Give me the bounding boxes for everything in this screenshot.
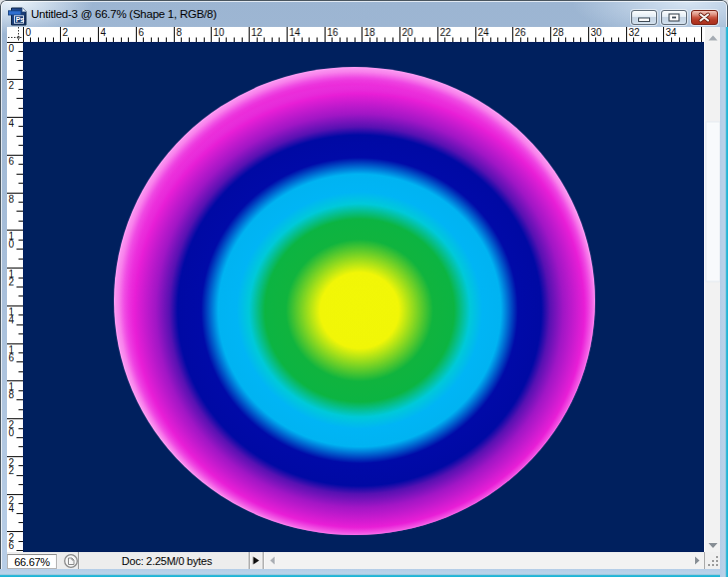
svg-text:0: 0 xyxy=(9,239,15,250)
svg-text:22: 22 xyxy=(440,27,452,38)
svg-text:8: 8 xyxy=(9,194,15,205)
svg-text:10: 10 xyxy=(214,27,226,38)
svg-text:14: 14 xyxy=(290,27,302,38)
svg-text:20: 20 xyxy=(402,27,414,38)
svg-text:34: 34 xyxy=(666,27,678,38)
svg-text:2: 2 xyxy=(9,277,15,288)
svg-text:2: 2 xyxy=(9,465,15,476)
svg-text:0: 0 xyxy=(9,427,15,438)
svg-text:4: 4 xyxy=(9,503,15,514)
svg-text:0: 0 xyxy=(9,43,15,54)
svg-text:Ps: Ps xyxy=(16,16,25,23)
svg-text:0: 0 xyxy=(26,27,32,38)
svg-text:32: 32 xyxy=(629,27,641,38)
svg-text:6: 6 xyxy=(9,156,15,167)
svg-text:18: 18 xyxy=(364,27,376,38)
svg-text:6: 6 xyxy=(9,352,15,363)
svg-text:26: 26 xyxy=(515,27,527,38)
svg-text:6: 6 xyxy=(139,27,145,38)
svg-text:16: 16 xyxy=(328,27,340,38)
svg-text:8: 8 xyxy=(9,389,15,400)
svg-text:2: 2 xyxy=(63,27,69,38)
svg-text:12: 12 xyxy=(252,27,264,38)
svg-text:6: 6 xyxy=(9,540,15,551)
svg-text:8: 8 xyxy=(177,27,183,38)
svg-text:30: 30 xyxy=(591,27,603,38)
svg-text:24: 24 xyxy=(478,27,490,38)
svg-text:28: 28 xyxy=(553,27,565,38)
svg-text:4: 4 xyxy=(9,314,15,325)
svg-text:2: 2 xyxy=(9,80,15,91)
svg-text:4: 4 xyxy=(9,118,15,129)
svg-text:4: 4 xyxy=(101,27,107,38)
